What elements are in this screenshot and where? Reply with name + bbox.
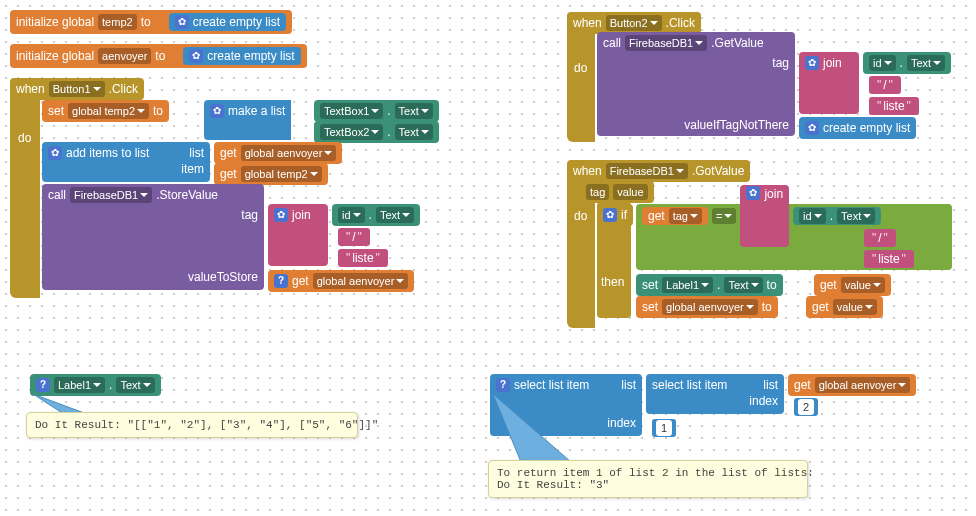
prop-dd[interactable]: Text: [395, 124, 433, 140]
id-text[interactable]: id. Text: [332, 204, 420, 226]
make-a-list[interactable]: make a list: [204, 100, 291, 140]
join-block[interactable]: join: [268, 204, 328, 266]
event-button1-click[interactable]: when Button1 .Click: [10, 78, 144, 100]
then-label: then: [597, 274, 628, 290]
var-dd[interactable]: global aenvoyer: [815, 377, 911, 393]
var-dd[interactable]: global aenvoyer: [313, 273, 409, 289]
gear-icon[interactable]: [175, 15, 189, 29]
prop-dd[interactable]: Text: [837, 208, 875, 224]
label: to: [762, 299, 772, 315]
eq-dd[interactable]: =: [712, 208, 736, 224]
join-block-2[interactable]: join: [799, 52, 859, 114]
prop-dd[interactable]: Text: [724, 277, 762, 293]
textbox2-text[interactable]: TextBox2 . Text: [314, 121, 439, 143]
component-dd[interactable]: TextBox1: [320, 103, 383, 119]
textbox1-text[interactable]: TextBox1 . Text: [314, 100, 439, 122]
gear-icon[interactable]: [210, 104, 224, 118]
label: create empty list: [193, 14, 280, 30]
var-dd[interactable]: global aenvoyer: [241, 145, 337, 161]
number-2[interactable]: 2: [788, 395, 824, 419]
call-getvalue[interactable]: call FirebaseDB1 .GetValue tag valueIfTa…: [597, 32, 795, 136]
do-label: do: [570, 208, 591, 224]
gear-icon[interactable]: [189, 49, 203, 63]
help-icon[interactable]: [274, 274, 288, 288]
id-text-2[interactable]: id. Text: [863, 52, 951, 74]
call-storevalue[interactable]: call FirebaseDB1 .StoreValue tag valueTo…: [42, 184, 264, 290]
label: get: [292, 273, 309, 289]
component-dd[interactable]: Label1: [54, 377, 105, 393]
string-liste-3[interactable]: "liste": [858, 247, 920, 271]
gear-icon[interactable]: [603, 208, 617, 222]
set-global-aenvoyer[interactable]: set global aenvoyer to: [636, 296, 778, 318]
event-params: tag value: [580, 181, 654, 203]
label: to: [153, 103, 163, 119]
event-button2-click[interactable]: when Button2 .Click: [567, 12, 701, 34]
label: get: [220, 166, 237, 182]
label: when: [573, 15, 602, 31]
event-gotvalue[interactable]: when FirebaseDB1 .GotValue: [567, 160, 750, 182]
label: create empty list: [823, 120, 910, 136]
component-dd[interactable]: FirebaseDB1: [70, 187, 152, 203]
label: item: [181, 161, 204, 177]
gear-icon[interactable]: [48, 146, 62, 160]
param-tag[interactable]: tag: [586, 184, 609, 200]
gear-icon[interactable]: [805, 121, 819, 135]
component-dd[interactable]: Button1: [49, 81, 105, 97]
get-aenvoyer-sel[interactable]: get global aenvoyer: [788, 374, 916, 396]
if-block[interactable]: if: [597, 204, 633, 226]
prop-dd[interactable]: Text: [116, 377, 154, 393]
var-dd[interactable]: global temp2: [241, 166, 322, 182]
var-dd[interactable]: global aenvoyer: [662, 299, 758, 315]
get-aenvoyer-store[interactable]: get global aenvoyer: [268, 270, 414, 292]
component-dd[interactable]: Button2: [606, 15, 662, 31]
select-list-item-inner[interactable]: select list item list index: [646, 374, 784, 414]
join-block-3[interactable]: join: [740, 185, 789, 247]
label: .Click: [666, 15, 695, 31]
get-tag[interactable]: get tag: [642, 207, 708, 225]
prop-dd[interactable]: Text: [907, 55, 945, 71]
help-icon[interactable]: [496, 378, 510, 392]
label: call: [48, 187, 66, 203]
id-text-3[interactable]: id. Text: [793, 207, 881, 225]
number-1[interactable]: 1: [646, 416, 682, 440]
get-aenvoyer[interactable]: get global aenvoyer: [214, 142, 342, 164]
get-value-2[interactable]: get value: [806, 296, 883, 318]
gear-icon[interactable]: [746, 186, 760, 200]
gear-icon[interactable]: [805, 56, 819, 70]
string-liste[interactable]: "liste": [332, 246, 394, 270]
gear-icon[interactable]: [274, 208, 288, 222]
get-temp2[interactable]: get global temp2: [214, 163, 328, 185]
var-name[interactable]: aenvoyer: [98, 48, 151, 64]
set-temp2[interactable]: set global temp2 to: [42, 100, 169, 122]
var-dd[interactable]: global temp2: [68, 103, 149, 119]
init-global-temp2[interactable]: initialize global temp2 to create empty …: [10, 10, 292, 34]
prop-dd[interactable]: Text: [376, 207, 414, 223]
get-value-1[interactable]: get value: [814, 274, 891, 296]
component-dd[interactable]: FirebaseDB1: [606, 163, 688, 179]
create-empty-list-2[interactable]: create empty list: [799, 117, 916, 139]
component-dd[interactable]: FirebaseDB1: [625, 35, 707, 51]
var-dd[interactable]: tag: [669, 208, 702, 224]
label: initialize global: [16, 14, 94, 30]
component-dd[interactable]: id: [869, 55, 896, 71]
set-label1-text[interactable]: set Label1. Text to: [636, 274, 783, 296]
label: index: [749, 393, 778, 409]
var-name[interactable]: temp2: [98, 14, 137, 30]
add-items-to-list[interactable]: add items to list list item: [42, 142, 210, 182]
label: get: [220, 145, 237, 161]
component-dd[interactable]: Label1: [662, 277, 713, 293]
component-dd[interactable]: TextBox2: [320, 124, 383, 140]
component-dd[interactable]: id: [799, 208, 826, 224]
var-dd[interactable]: value: [841, 277, 885, 293]
prop-dd[interactable]: Text: [395, 103, 433, 119]
string-liste-2[interactable]: "liste": [863, 94, 925, 118]
create-empty-list[interactable]: create empty list: [169, 13, 286, 31]
param-value[interactable]: value: [613, 184, 647, 200]
component-dd[interactable]: id: [338, 207, 365, 223]
create-empty-list[interactable]: create empty list: [183, 47, 300, 65]
label: select list item: [652, 377, 727, 393]
var-dd[interactable]: value: [833, 299, 877, 315]
label1-text-reporter[interactable]: Label1. Text: [30, 374, 161, 396]
init-global-aenvoyer[interactable]: initialize global aenvoyer to create emp…: [10, 44, 307, 68]
help-icon[interactable]: [36, 378, 50, 392]
